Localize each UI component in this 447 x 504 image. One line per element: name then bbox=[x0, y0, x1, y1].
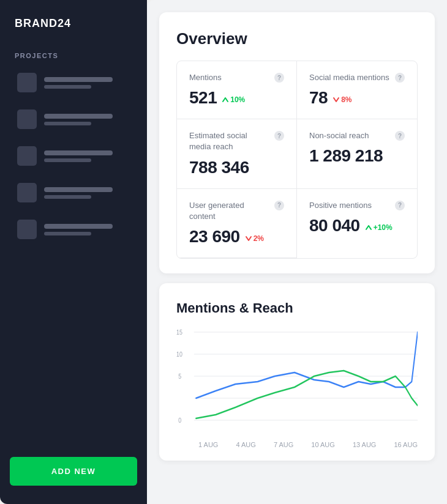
metric-label: User generated content bbox=[189, 200, 271, 222]
project-icon bbox=[17, 146, 37, 166]
metric-change: +10% bbox=[365, 223, 393, 232]
metric-value: 788 346 bbox=[189, 158, 249, 177]
project-sub-line bbox=[44, 232, 91, 235]
project-icon bbox=[17, 73, 37, 92]
project-icon bbox=[17, 109, 37, 129]
metric-value: 521 bbox=[189, 88, 217, 108]
overview-card: Overview Mentions ? 521 10% bbox=[159, 12, 435, 273]
project-name-line bbox=[44, 187, 113, 192]
project-list bbox=[0, 67, 147, 445]
svg-text:0: 0 bbox=[178, 417, 181, 424]
x-label: 7 AUG bbox=[274, 441, 293, 448]
projects-section-label: PROJECTS bbox=[0, 42, 147, 67]
help-icon[interactable]: ? bbox=[395, 73, 405, 83]
project-name-line bbox=[44, 150, 113, 155]
x-label: 4 AUG bbox=[236, 441, 255, 448]
x-label: 16 AUG bbox=[394, 441, 418, 448]
metric-value: 23 690 bbox=[189, 227, 240, 246]
chart-title: Mentions & Reach bbox=[176, 300, 418, 316]
project-name-line bbox=[44, 77, 113, 82]
app-logo: BRAND24 bbox=[0, 0, 147, 42]
metric-ugc: User generated content ? 23 690 2% bbox=[177, 189, 297, 258]
svg-text:10: 10 bbox=[176, 350, 182, 358]
chart-card: Mentions & Reach 15 10 5 0 bbox=[159, 283, 435, 461]
metric-value: 1 289 218 bbox=[309, 146, 383, 166]
svg-text:5: 5 bbox=[178, 372, 181, 380]
project-sub-line bbox=[44, 195, 91, 199]
x-label: 10 AUG bbox=[311, 441, 335, 448]
project-sub-line bbox=[44, 158, 91, 162]
metric-change: 2% bbox=[245, 234, 264, 243]
add-new-button[interactable]: ADD NEW bbox=[10, 457, 137, 486]
project-name-line bbox=[44, 114, 113, 119]
chart-x-labels: 1 AUG 4 AUG 7 AUG 10 AUG 13 AUG 16 AUG bbox=[176, 439, 418, 448]
project-name-line bbox=[44, 224, 113, 229]
help-icon[interactable]: ? bbox=[395, 201, 405, 210]
metric-value: 80 040 bbox=[309, 216, 360, 235]
metric-mentions: Mentions ? 521 10% bbox=[177, 61, 297, 119]
metrics-grid: Mentions ? 521 10% Social media mentions… bbox=[176, 61, 418, 259]
metric-label: Estimated social media reach bbox=[189, 130, 271, 152]
list-item[interactable] bbox=[10, 67, 137, 98]
metric-non-social-reach: Non-social reach ? 1 289 218 bbox=[297, 119, 417, 188]
metric-label: Mentions bbox=[189, 72, 222, 83]
metric-reach: Estimated social media reach ? 788 346 bbox=[177, 119, 297, 188]
metric-change: 8% bbox=[332, 95, 351, 104]
help-icon[interactable]: ? bbox=[395, 131, 405, 141]
project-icon bbox=[17, 220, 37, 239]
sidebar: BRAND24 PROJECTS bbox=[0, 0, 147, 504]
list-item[interactable] bbox=[10, 140, 137, 172]
main-content: Overview Mentions ? 521 10% bbox=[147, 0, 447, 504]
project-sub-line bbox=[44, 85, 91, 89]
chart-svg: 15 10 5 0 bbox=[176, 326, 418, 436]
list-item[interactable] bbox=[10, 177, 137, 209]
metric-label: Social media mentions bbox=[309, 72, 389, 83]
list-item[interactable] bbox=[10, 213, 137, 245]
overview-title: Overview bbox=[176, 29, 418, 48]
project-sub-line bbox=[44, 122, 91, 125]
metric-positive: Positive mentions ? 80 040 +10% bbox=[297, 189, 417, 258]
metric-value: 78 bbox=[309, 88, 328, 108]
help-icon[interactable]: ? bbox=[274, 131, 284, 141]
x-label: 13 AUG bbox=[353, 441, 377, 448]
chart-container: 15 10 5 0 1 AUG 4 AUG 7 AUG 10 AUG 13 AU… bbox=[176, 326, 418, 448]
x-label: 1 AUG bbox=[198, 441, 218, 448]
metric-label: Non-social reach bbox=[309, 130, 369, 141]
metric-label: Positive mentions bbox=[309, 200, 372, 211]
list-item[interactable] bbox=[10, 103, 137, 135]
metric-change: 10% bbox=[222, 95, 245, 104]
project-icon bbox=[17, 183, 37, 202]
svg-text:15: 15 bbox=[176, 328, 182, 336]
help-icon[interactable]: ? bbox=[274, 201, 284, 210]
help-icon[interactable]: ? bbox=[274, 73, 284, 83]
metric-social-mentions: Social media mentions ? 78 8% bbox=[297, 61, 417, 119]
